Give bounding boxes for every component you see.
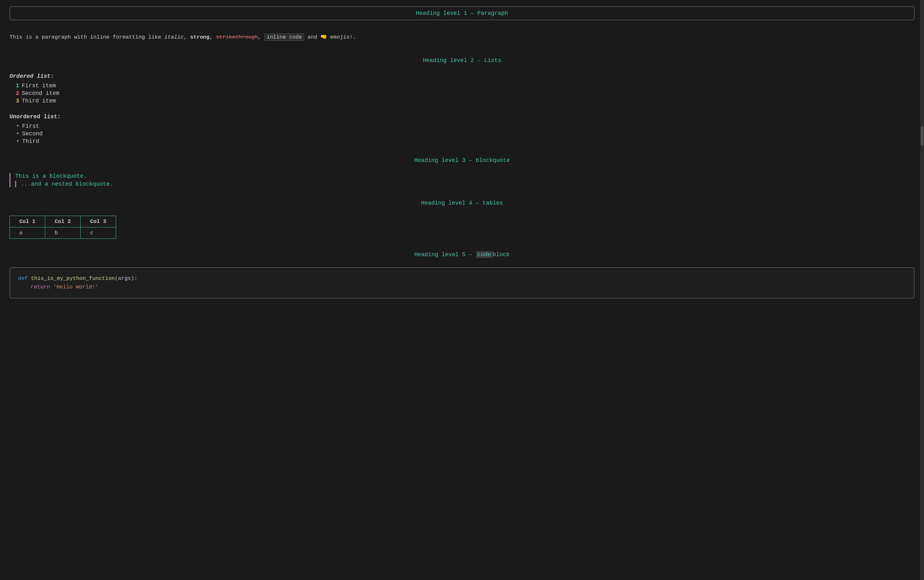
list-item: • Third [16,138,914,145]
code-funcname: this_is_my_python_function [31,275,115,282]
table-container: Col 1 Col 2 Col 3 a b c [10,216,914,239]
table-cell-b: b [45,227,81,239]
list-item: • Second [16,130,914,137]
code-return-keyword: return [31,284,53,290]
code-block-container: def this_is_my_python_function(args): re… [10,267,914,298]
table-cell-a: a [10,227,45,239]
table-cell-c: c [81,227,116,239]
code-params: (args): [115,275,137,282]
heading-5-suffix: block [492,251,510,258]
paragraph-comma-3: , [258,34,264,40]
scrollbar-thumb[interactable] [921,127,923,145]
paragraph-inline-code: inline code [264,33,304,41]
scrollbar[interactable] [920,0,924,580]
list-num-2: 2 [16,90,19,96]
nested-blockquote: ...and a nested blockquote. [15,181,914,187]
paragraph-comma-2: , [210,34,216,40]
tables-section: Heading level 4 – tables Col 1 Col 2 Col… [10,200,914,239]
list-item: 1 First item [16,82,914,89]
table-header-col1: Col 1 [10,216,45,227]
heading-4-text: Heading level 4 – tables [421,200,503,206]
code-return-value: 'Hello World!' [53,284,98,290]
paragraph-strong: strong [190,34,209,40]
heading-5: Heading level 5 – codeblock [10,251,914,258]
nested-blockquote-text: ...and a nested blockquote. [21,181,113,187]
bullet-icon: • [16,138,20,145]
code-line-2: return 'Hello World!' [18,283,906,291]
lists-section: Heading level 2 – Lists Ordered list: 1 … [10,57,914,145]
bullet-icon: • [16,123,20,129]
paragraph-text-after-code: and 🤜 emojis!. [304,34,356,40]
ordered-item-2: Second item [22,90,59,96]
unordered-item-1: First [22,123,39,129]
code-line-1: def this_is_my_python_function(args): [18,274,906,283]
list-num-3: 3 [16,98,19,104]
list-item: 3 Third item [16,98,914,104]
ordered-list: 1 First item 2 Second item 3 Third item [16,82,914,104]
heading-1-text: Heading level 1 – Paragraph [416,10,508,16]
paragraph-comma-1: , [184,34,190,40]
heading-4: Heading level 4 – tables [10,200,914,206]
paragraph-italic: italic [165,34,184,40]
code-def-keyword: def [18,275,31,282]
list-num-1: 1 [16,82,19,89]
ordered-item-3: Third item [22,98,56,104]
heading-2-text: Heading level 2 – Lists [423,57,501,64]
bullet-icon: • [16,130,20,137]
blockquote: This is a blockquote. ...and a nested bl… [10,173,914,187]
table-row: a b c [10,227,116,239]
heading-3-text: Heading level 3 – blockquote [414,157,510,163]
table-header-col2: Col 2 [45,216,81,227]
table-header-col3: Col 3 [81,216,116,227]
table-header-row: Col 1 Col 2 Col 3 [10,216,116,227]
unordered-item-2: Second [22,130,43,137]
ordered-list-label: Ordered list: [10,73,914,79]
paragraph-section: This is a paragraph with inline formatti… [10,30,914,44]
unordered-list-label: Unordered list: [10,114,914,120]
ordered-item-1: First item [22,82,56,89]
list-item: 2 Second item [16,90,914,96]
unordered-item-3: Third [22,138,39,145]
paragraph-text-before-italic: This is a paragraph with inline formatti… [10,34,165,40]
blockquote-section: Heading level 3 – blockquote This is a b… [10,157,914,187]
heading-5-prefix: Heading level 5 – [414,251,476,258]
list-item: • First [16,123,914,129]
heading-2: Heading level 2 – Lists [10,57,914,64]
heading-5-code: code [476,251,492,258]
code-block: def this_is_my_python_function(args): re… [18,274,906,291]
heading-1-box: Heading level 1 – Paragraph [10,6,914,20]
paragraph-strikethrough: strikethrough [216,34,258,40]
unordered-list: • First • Second • Third [16,123,914,145]
codeblock-section: Heading level 5 – codeblock def this_is_… [10,251,914,298]
blockquote-text: This is a blockquote. [15,173,914,179]
data-table: Col 1 Col 2 Col 3 a b c [10,216,116,239]
heading-3: Heading level 3 – blockquote [10,157,914,163]
